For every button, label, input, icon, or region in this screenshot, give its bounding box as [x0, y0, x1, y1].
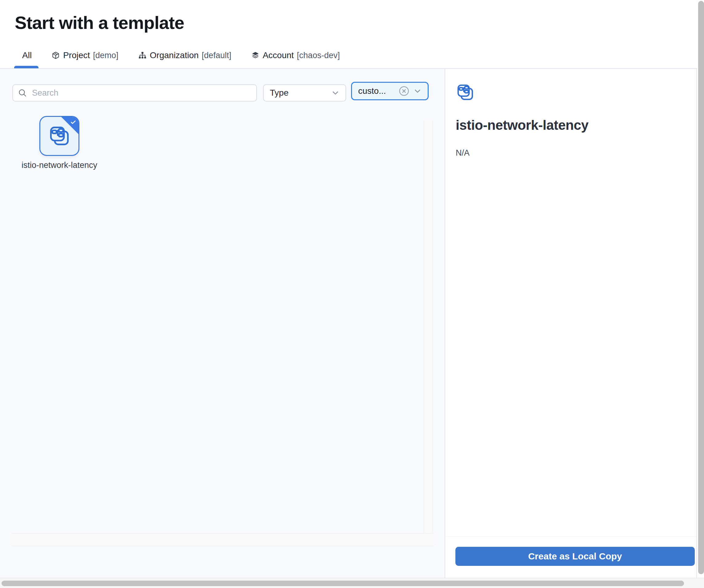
- page-title: Start with a template: [15, 12, 184, 33]
- active-filter-chip[interactable]: custo...: [351, 82, 429, 100]
- type-filter-dropdown[interactable]: Type: [263, 84, 346, 102]
- active-filter-chip-label: custo...: [358, 86, 398, 96]
- search-icon: [18, 88, 27, 97]
- clear-filter-button[interactable]: [398, 84, 410, 97]
- details-footer: Create as Local Copy: [446, 536, 696, 578]
- create-as-local-copy-button[interactable]: Create as Local Copy: [455, 547, 695, 566]
- tab-all[interactable]: All: [22, 51, 32, 60]
- template-icon: [48, 125, 70, 147]
- scope-tabs: All Project [demo] Organization [defaul: [22, 48, 340, 63]
- type-filter-label: Type: [270, 88, 289, 98]
- tab-organization-badge: [default]: [202, 51, 231, 60]
- tab-project[interactable]: Project [demo]: [51, 51, 118, 60]
- tab-account[interactable]: Account [chaos-dev]: [251, 51, 340, 60]
- chevron-down-icon: [332, 89, 339, 97]
- template-icon: [456, 83, 474, 102]
- circle-x-icon: [398, 85, 410, 97]
- chevron-down-icon: [414, 87, 421, 95]
- window-horizontal-scrollbar-thumb[interactable]: [2, 581, 684, 586]
- grid-horizontal-scrollbar[interactable]: [12, 533, 434, 546]
- search-box: [12, 84, 257, 102]
- tab-organization[interactable]: Organization [default]: [138, 51, 231, 60]
- check-icon: [70, 119, 77, 125]
- start-with-template-dialog: Start with a template All Project [demo]: [0, 0, 704, 588]
- layers-icon: [251, 51, 260, 60]
- grid-vertical-scrollbar[interactable]: [424, 120, 433, 533]
- window-horizontal-scrollbar-track[interactable]: [0, 578, 704, 588]
- tab-account-label: Account: [263, 51, 294, 60]
- tab-project-label: Project: [63, 51, 90, 60]
- template-details-panel: istio-network-latency N/A Create as Loca…: [446, 69, 697, 578]
- template-browser: Type custo...: [0, 69, 445, 578]
- template-grid: istio-network-latency: [12, 112, 434, 546]
- template-details-title: istio-network-latency: [456, 118, 589, 133]
- window-vertical-scrollbar-thumb[interactable]: [698, 1, 704, 574]
- template-card-istio-network-latency[interactable]: [39, 116, 79, 156]
- tab-account-badge: [chaos-dev]: [297, 51, 340, 60]
- window-vertical-scrollbar-track[interactable]: [697, 0, 704, 578]
- search-input[interactable]: [32, 88, 251, 98]
- tab-all-label: All: [22, 51, 32, 60]
- template-card-name[interactable]: istio-network-latency: [21, 159, 98, 172]
- cube-icon: [51, 51, 60, 60]
- active-tab-indicator: [14, 66, 39, 68]
- tab-organization-label: Organization: [150, 51, 199, 60]
- template-details-description: N/A: [456, 148, 470, 158]
- tab-project-badge: [demo]: [93, 51, 118, 60]
- sitemap-icon: [138, 51, 147, 60]
